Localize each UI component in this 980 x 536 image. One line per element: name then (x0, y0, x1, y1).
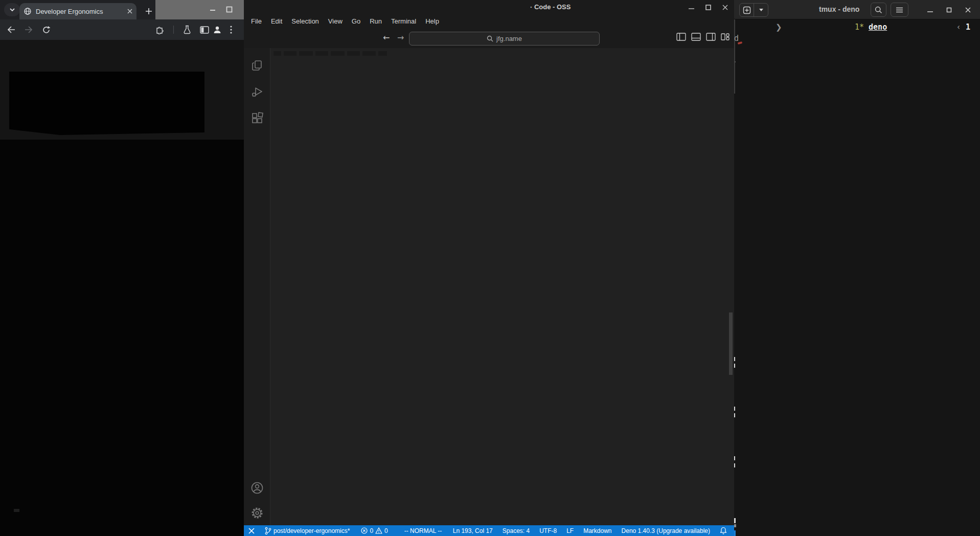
browser-window: Developer Ergonomics (0, 0, 244, 536)
minimize-icon[interactable] (689, 5, 694, 10)
close-icon[interactable] (722, 5, 728, 10)
menu-file[interactable]: File (246, 16, 266, 27)
reload-icon (42, 26, 51, 34)
layout-controls (676, 33, 730, 41)
history-forward-button[interactable]: → (397, 33, 404, 42)
profile-button[interactable] (211, 24, 223, 36)
menu-selection[interactable]: Selection (287, 16, 323, 27)
tab-dropdown-button[interactable] (754, 4, 768, 16)
eol-sequence[interactable]: LF (566, 527, 574, 534)
terminal-headerbar: tmux - deno (734, 0, 980, 19)
edge-tick (734, 357, 735, 361)
error-icon (361, 527, 368, 534)
editor-area[interactable] (270, 48, 734, 525)
menu-go[interactable]: Go (347, 16, 365, 27)
status-bar: post/developer-ergonomics* 0 0 -- NORMAL… (244, 525, 734, 536)
red-artifact (738, 41, 743, 44)
toggle-panel-icon[interactable] (691, 33, 701, 41)
terminal-window: tmux - deno ❯ 1*deno ‹ 1 d (734, 0, 980, 536)
menu-help[interactable]: Help (421, 16, 444, 27)
menu-terminal[interactable]: Terminal (386, 16, 421, 27)
language-mode[interactable]: Markdown (583, 527, 611, 534)
deno-version[interactable]: Deno 1.40.3 (Upgrade available) (622, 527, 710, 534)
editor-scrollbar[interactable] (729, 312, 733, 375)
browser-maximize-icon[interactable] (226, 6, 233, 13)
vscode-window-title: · Code - OSS (530, 3, 571, 11)
terminal-search-button[interactable] (871, 3, 886, 17)
terminal-newtab-button[interactable] (739, 3, 768, 17)
edge-tick (734, 364, 735, 368)
new-tab-icon[interactable] (740, 4, 754, 16)
notifications-bell-icon[interactable] (720, 527, 727, 534)
toggle-secondary-sidebar-icon[interactable] (706, 33, 716, 41)
puzzle-icon (155, 25, 164, 34)
tmux-window-name: deno (869, 23, 887, 32)
tab-search-button[interactable] (4, 3, 20, 16)
chevron-down-icon (9, 8, 15, 12)
extensions-button[interactable] (153, 24, 166, 36)
terminal-content[interactable]: ❯ 1*deno ‹ 1 d (734, 19, 980, 536)
labs-button[interactable] (181, 24, 193, 36)
dot-artifact (735, 61, 736, 62)
vim-mode-indicator[interactable]: -- NORMAL -- (404, 527, 442, 534)
gear-icon (250, 506, 264, 520)
reload-button[interactable] (40, 24, 52, 36)
settings-button[interactable] (250, 506, 264, 520)
maximize-icon[interactable] (946, 7, 952, 13)
page-body-black (0, 140, 244, 536)
warning-count: 0 (384, 527, 388, 534)
search-icon (875, 6, 882, 14)
hamburger-icon (896, 7, 903, 13)
cursor-position[interactable]: Ln 193, Col 17 (453, 527, 493, 534)
page-black-image (9, 72, 204, 135)
history-back-button[interactable]: ← (383, 33, 390, 42)
problems-status[interactable]: 0 0 (361, 527, 388, 534)
branch-status[interactable]: post/developer-ergonomics* (264, 527, 350, 535)
run-debug-button[interactable] (250, 85, 264, 99)
tmux-status-line: 1*deno (855, 23, 887, 32)
remote-indicator[interactable] (248, 527, 255, 534)
menu-edit[interactable]: Edit (266, 16, 287, 27)
vscode-window: · Code - OSS File Edit Selection View Go… (244, 0, 734, 536)
close-icon[interactable] (965, 7, 971, 13)
minimize-icon[interactable] (927, 7, 933, 13)
kebab-menu-icon (230, 26, 232, 34)
command-center[interactable]: jfg.name (409, 32, 600, 46)
vscode-titlebar: · Code - OSS (244, 0, 734, 14)
terminal-menu-button[interactable] (891, 3, 908, 17)
activity-bar (244, 48, 270, 525)
tmux-window-index: 1* (855, 23, 864, 32)
edge-tick (734, 407, 735, 411)
status-bar-left: post/developer-ergonomics* 0 0 -- NORMAL… (244, 527, 442, 535)
explorer-button[interactable] (250, 59, 264, 72)
back-icon (7, 26, 15, 33)
new-tab-button[interactable] (142, 5, 155, 18)
indentation[interactable]: Spaces: 4 (503, 527, 530, 534)
customize-layout-icon[interactable] (721, 33, 730, 41)
accounts-button[interactable] (250, 481, 264, 495)
vscode-window-controls (689, 0, 734, 14)
menu-run[interactable]: Run (365, 16, 386, 27)
toggle-sidebar-icon[interactable] (676, 33, 686, 41)
pane-number: 1 (966, 23, 970, 32)
back-button[interactable] (5, 24, 17, 36)
window-edge-sliver (734, 19, 735, 94)
edge-tick-grey (734, 524, 736, 527)
forward-button[interactable] (22, 24, 35, 36)
encoding[interactable]: UTF-8 (539, 527, 557, 534)
menu-view[interactable]: View (324, 16, 347, 27)
shell-prompt-chevron: ❯ (776, 23, 782, 32)
browser-viewport (0, 40, 244, 536)
browser-menu-button[interactable] (225, 24, 237, 36)
extensions-button-vscode[interactable] (250, 111, 264, 125)
edge-tick (734, 456, 735, 460)
browser-tab[interactable]: Developer Ergonomics (19, 3, 136, 19)
page-hero-area (0, 40, 244, 140)
maximize-icon[interactable] (705, 5, 711, 10)
dropdown-caret-icon (759, 8, 764, 12)
pane-chevron: ‹ (957, 23, 960, 32)
side-panel-button[interactable] (198, 24, 211, 36)
run-debug-icon (250, 85, 264, 99)
tab-close-icon[interactable] (127, 9, 132, 14)
browser-minimize-icon[interactable] (210, 9, 216, 11)
